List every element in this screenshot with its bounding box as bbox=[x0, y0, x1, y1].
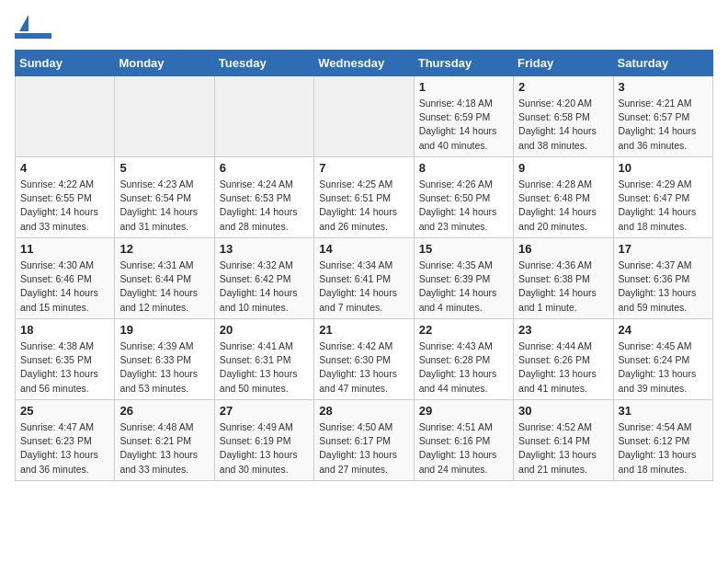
day-number: 31 bbox=[619, 404, 708, 418]
day-info: Sunrise: 4:39 AM Sunset: 6:33 PM Dayligh… bbox=[119, 339, 209, 396]
calendar-table: SundayMondayTuesdayWednesdayThursdayFrid… bbox=[15, 50, 713, 481]
day-info: Sunrise: 4:22 AM Sunset: 6:55 PM Dayligh… bbox=[20, 178, 109, 234]
weekday-header-sunday: Sunday bbox=[16, 51, 115, 76]
day-number: 5 bbox=[119, 161, 209, 175]
calendar-cell bbox=[314, 76, 414, 157]
calendar-cell: 9Sunrise: 4:28 AM Sunset: 6:48 PM Daylig… bbox=[514, 157, 613, 238]
day-number: 8 bbox=[419, 161, 508, 175]
day-number: 22 bbox=[419, 323, 508, 337]
day-number: 3 bbox=[619, 80, 708, 94]
weekday-header-monday: Monday bbox=[115, 51, 214, 76]
day-number: 6 bbox=[220, 161, 309, 175]
calendar-cell: 19Sunrise: 4:39 AM Sunset: 6:33 PM Dayli… bbox=[115, 319, 214, 400]
day-info: Sunrise: 4:37 AM Sunset: 6:36 PM Dayligh… bbox=[619, 259, 708, 315]
day-number: 28 bbox=[319, 404, 408, 418]
logo-underbar bbox=[15, 33, 51, 39]
calendar-cell: 15Sunrise: 4:35 AM Sunset: 6:39 PM Dayli… bbox=[414, 238, 513, 319]
calendar-cell: 11Sunrise: 4:30 AM Sunset: 6:46 PM Dayli… bbox=[16, 238, 115, 319]
day-info: Sunrise: 4:49 AM Sunset: 6:19 PM Dayligh… bbox=[220, 420, 309, 477]
calendar-cell: 4Sunrise: 4:22 AM Sunset: 6:55 PM Daylig… bbox=[16, 157, 115, 238]
calendar-cell bbox=[16, 76, 115, 157]
weekday-header-friday: Friday bbox=[514, 51, 613, 76]
day-info: Sunrise: 4:43 AM Sunset: 6:28 PM Dayligh… bbox=[419, 339, 508, 396]
day-info: Sunrise: 4:45 AM Sunset: 6:24 PM Dayligh… bbox=[619, 339, 708, 396]
calendar-cell bbox=[214, 76, 313, 157]
calendar-cell: 10Sunrise: 4:29 AM Sunset: 6:47 PM Dayli… bbox=[613, 157, 712, 238]
day-number: 15 bbox=[419, 242, 508, 256]
calendar-week-row: 11Sunrise: 4:30 AM Sunset: 6:46 PM Dayli… bbox=[16, 238, 713, 319]
calendar-cell: 28Sunrise: 4:50 AM Sunset: 6:17 PM Dayli… bbox=[314, 400, 414, 481]
day-number: 25 bbox=[20, 404, 109, 418]
day-info: Sunrise: 4:20 AM Sunset: 6:58 PM Dayligh… bbox=[518, 97, 608, 153]
calendar-cell: 26Sunrise: 4:48 AM Sunset: 6:21 PM Dayli… bbox=[115, 400, 214, 481]
calendar-cell: 5Sunrise: 4:23 AM Sunset: 6:54 PM Daylig… bbox=[115, 157, 214, 238]
day-info: Sunrise: 4:48 AM Sunset: 6:21 PM Dayligh… bbox=[119, 420, 209, 477]
day-info: Sunrise: 4:52 AM Sunset: 6:14 PM Dayligh… bbox=[518, 420, 608, 477]
calendar-cell: 12Sunrise: 4:31 AM Sunset: 6:44 PM Dayli… bbox=[115, 238, 214, 319]
calendar-cell: 24Sunrise: 4:45 AM Sunset: 6:24 PM Dayli… bbox=[613, 319, 712, 400]
day-info: Sunrise: 4:35 AM Sunset: 6:39 PM Dayligh… bbox=[419, 259, 508, 315]
calendar-cell: 30Sunrise: 4:52 AM Sunset: 6:14 PM Dayli… bbox=[514, 400, 613, 481]
calendar-week-row: 18Sunrise: 4:38 AM Sunset: 6:35 PM Dayli… bbox=[16, 319, 713, 400]
day-number: 26 bbox=[119, 404, 209, 418]
day-info: Sunrise: 4:18 AM Sunset: 6:59 PM Dayligh… bbox=[419, 97, 508, 153]
day-info: Sunrise: 4:28 AM Sunset: 6:48 PM Dayligh… bbox=[518, 178, 608, 234]
day-info: Sunrise: 4:51 AM Sunset: 6:16 PM Dayligh… bbox=[419, 420, 508, 477]
day-number: 2 bbox=[518, 80, 608, 94]
calendar-cell: 22Sunrise: 4:43 AM Sunset: 6:28 PM Dayli… bbox=[414, 319, 513, 400]
calendar-cell: 17Sunrise: 4:37 AM Sunset: 6:36 PM Dayli… bbox=[613, 238, 712, 319]
calendar-cell: 2Sunrise: 4:20 AM Sunset: 6:58 PM Daylig… bbox=[514, 76, 613, 157]
calendar-cell: 21Sunrise: 4:42 AM Sunset: 6:30 PM Dayli… bbox=[314, 319, 414, 400]
day-number: 11 bbox=[20, 242, 109, 256]
calendar-cell: 1Sunrise: 4:18 AM Sunset: 6:59 PM Daylig… bbox=[414, 76, 513, 157]
calendar-cell: 16Sunrise: 4:36 AM Sunset: 6:38 PM Dayli… bbox=[514, 238, 613, 319]
logo bbox=[15, 15, 51, 39]
day-info: Sunrise: 4:50 AM Sunset: 6:17 PM Dayligh… bbox=[319, 420, 408, 477]
calendar-cell: 18Sunrise: 4:38 AM Sunset: 6:35 PM Dayli… bbox=[16, 319, 115, 400]
day-number: 14 bbox=[319, 242, 408, 256]
day-number: 18 bbox=[20, 323, 109, 337]
day-number: 21 bbox=[319, 323, 408, 337]
day-info: Sunrise: 4:32 AM Sunset: 6:42 PM Dayligh… bbox=[220, 259, 309, 315]
calendar-week-row: 1Sunrise: 4:18 AM Sunset: 6:59 PM Daylig… bbox=[16, 76, 713, 157]
day-number: 9 bbox=[518, 161, 608, 175]
day-number: 29 bbox=[419, 404, 508, 418]
calendar-cell: 13Sunrise: 4:32 AM Sunset: 6:42 PM Dayli… bbox=[214, 238, 313, 319]
calendar-cell: 23Sunrise: 4:44 AM Sunset: 6:26 PM Dayli… bbox=[514, 319, 613, 400]
calendar-cell: 31Sunrise: 4:54 AM Sunset: 6:12 PM Dayli… bbox=[613, 400, 712, 481]
calendar-cell: 27Sunrise: 4:49 AM Sunset: 6:19 PM Dayli… bbox=[214, 400, 313, 481]
day-number: 10 bbox=[619, 161, 708, 175]
weekday-header-wednesday: Wednesday bbox=[314, 51, 414, 76]
day-number: 27 bbox=[220, 404, 309, 418]
weekday-header-tuesday: Tuesday bbox=[214, 51, 313, 76]
calendar-cell: 25Sunrise: 4:47 AM Sunset: 6:23 PM Dayli… bbox=[16, 400, 115, 481]
calendar-cell: 6Sunrise: 4:24 AM Sunset: 6:53 PM Daylig… bbox=[214, 157, 313, 238]
day-number: 4 bbox=[20, 161, 109, 175]
day-number: 7 bbox=[319, 161, 408, 175]
day-info: Sunrise: 4:47 AM Sunset: 6:23 PM Dayligh… bbox=[20, 420, 109, 477]
calendar-week-row: 25Sunrise: 4:47 AM Sunset: 6:23 PM Dayli… bbox=[16, 400, 713, 481]
calendar-week-row: 4Sunrise: 4:22 AM Sunset: 6:55 PM Daylig… bbox=[16, 157, 713, 238]
day-info: Sunrise: 4:42 AM Sunset: 6:30 PM Dayligh… bbox=[319, 339, 408, 396]
logo-triangle-icon bbox=[19, 15, 28, 31]
weekday-header-saturday: Saturday bbox=[613, 51, 712, 76]
day-number: 12 bbox=[119, 242, 209, 256]
weekday-header-row: SundayMondayTuesdayWednesdayThursdayFrid… bbox=[16, 51, 713, 76]
calendar-cell: 14Sunrise: 4:34 AM Sunset: 6:41 PM Dayli… bbox=[314, 238, 414, 319]
day-number: 24 bbox=[619, 323, 708, 337]
weekday-header-thursday: Thursday bbox=[414, 51, 513, 76]
page-header bbox=[15, 15, 713, 39]
day-info: Sunrise: 4:23 AM Sunset: 6:54 PM Dayligh… bbox=[119, 178, 209, 234]
calendar-cell: 7Sunrise: 4:25 AM Sunset: 6:51 PM Daylig… bbox=[314, 157, 414, 238]
day-info: Sunrise: 4:34 AM Sunset: 6:41 PM Dayligh… bbox=[319, 259, 408, 315]
day-info: Sunrise: 4:44 AM Sunset: 6:26 PM Dayligh… bbox=[518, 339, 608, 396]
day-info: Sunrise: 4:26 AM Sunset: 6:50 PM Dayligh… bbox=[419, 178, 508, 234]
calendar-cell: 29Sunrise: 4:51 AM Sunset: 6:16 PM Dayli… bbox=[414, 400, 513, 481]
day-info: Sunrise: 4:36 AM Sunset: 6:38 PM Dayligh… bbox=[518, 259, 608, 315]
day-number: 17 bbox=[619, 242, 708, 256]
day-number: 19 bbox=[119, 323, 209, 337]
day-number: 30 bbox=[518, 404, 608, 418]
day-number: 23 bbox=[518, 323, 608, 337]
day-number: 20 bbox=[220, 323, 309, 337]
calendar-cell: 8Sunrise: 4:26 AM Sunset: 6:50 PM Daylig… bbox=[414, 157, 513, 238]
